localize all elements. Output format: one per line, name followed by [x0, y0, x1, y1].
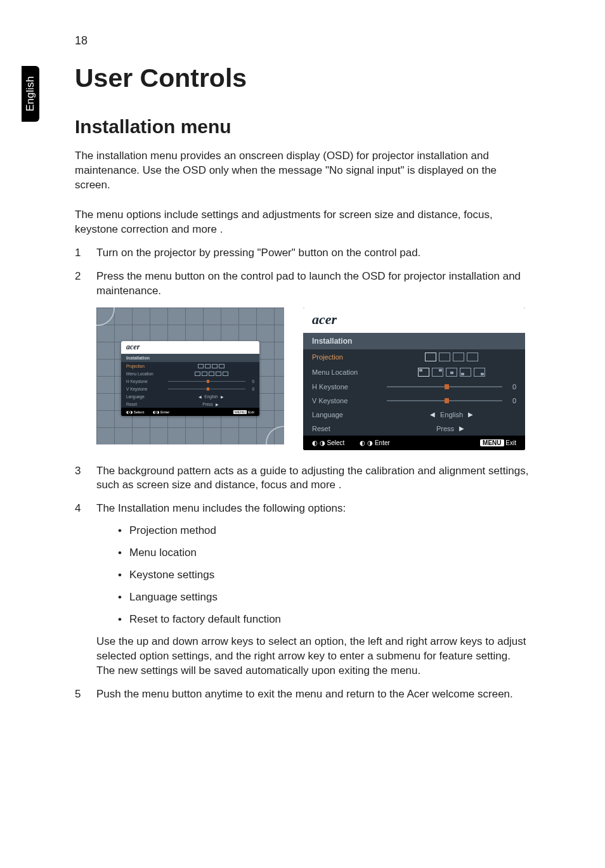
osd-label: Reset [312, 425, 382, 432]
osd-value: English [204, 394, 218, 399]
osd-label: V Keystone [126, 387, 164, 391]
osd-label: Menu Location [126, 372, 164, 376]
osd-nav-bar: ◐ ◑ Select ◐ ◑ Enter MENU Exit [303, 436, 525, 450]
triangle-right-icon: ▶ [219, 394, 225, 399]
osd-row-menu-location: Menu Location [303, 365, 525, 380]
intro-paragraph-2: The menu options include settings and ad… [75, 208, 530, 237]
osd-label: H Keystone [126, 379, 164, 384]
step-text: Push the menu button anytime to exit the… [96, 687, 530, 702]
step-2: 2 Press the menu button on the control p… [75, 269, 530, 299]
slider-value: 0 [505, 383, 516, 391]
osd-menu-small: acer Installation Projection Menu Locati… [121, 341, 259, 416]
projection-icons [198, 364, 224, 368]
nav-enter: ◐ ◑ Enter [360, 439, 389, 446]
bullet-menu-location: Menu location [118, 546, 530, 560]
options-bullet-list: Projection method Menu location Keystone… [96, 524, 530, 627]
page-number: 18 [75, 34, 88, 48]
heading-1: User Controls [75, 63, 530, 93]
osd-label: Projection [312, 353, 382, 361]
osd-value: Press [202, 402, 213, 406]
triangle-right-icon: ▶ [465, 411, 476, 418]
side-tab-label: English [24, 76, 37, 112]
heading-2: Installation menu [75, 116, 530, 138]
step-number: 2 [75, 269, 96, 299]
osd-row-v-keystone: V Keystone 0 [121, 385, 259, 392]
osd-label: Menu Location [312, 368, 382, 376]
step-text: Press the menu button on the control pad… [96, 269, 530, 299]
step-number: 3 [75, 464, 96, 493]
triangle-left-icon: ◀ [427, 411, 438, 418]
osd-row-h-keystone: H Keystone 0 [303, 380, 525, 394]
slider-value: 0 [247, 379, 254, 384]
steps-list: 1 Turn on the projector by pressing "Pow… [75, 246, 530, 299]
nav-enter: ◐◑ Enter [153, 410, 169, 414]
osd-label: Language [126, 394, 164, 399]
osd-calibration-background: acer Installation Projection Menu Locati… [96, 308, 284, 450]
step-4-explanation: Use the up and down arrow keys to select… [96, 635, 530, 678]
slider-icon [168, 381, 245, 382]
step-number: 4 [75, 502, 96, 678]
osd-row-menu-location: Menu Location [121, 370, 259, 377]
step-1: 1 Turn on the projector by pressing "Pow… [75, 246, 530, 261]
osd-title: Installation [303, 333, 525, 349]
step-number: 1 [75, 246, 96, 261]
nav-select: ◐◑ Select [126, 410, 144, 414]
osd-value: Press [436, 425, 454, 432]
language-side-tab: English [22, 66, 39, 122]
bullet-projection-method: Projection method [118, 524, 530, 538]
nav-select: ◐ ◑ Select [312, 439, 344, 446]
step-5: 5 Push the menu button anytime to exit t… [75, 687, 530, 702]
step-number: 5 [75, 687, 96, 702]
slider-icon [387, 400, 502, 401]
intro-paragraph-1: The installation menu provides an onscre… [75, 149, 530, 193]
osd-label: Language [312, 411, 382, 418]
nav-exit: MENU Exit [233, 410, 254, 414]
osd-row-h-keystone: H Keystone 0 [121, 377, 259, 385]
projection-icons [425, 353, 478, 361]
osd-label: H Keystone [312, 383, 382, 391]
osd-label: Projection [126, 364, 164, 368]
menu-location-icons [195, 372, 228, 376]
bullet-reset-factory: Reset to factory default function [118, 612, 530, 627]
osd-menu-large: acer Installation Projection Menu Locati… [303, 308, 525, 450]
slider-value: 0 [505, 397, 516, 405]
slider-icon [387, 386, 502, 387]
bullet-keystone-settings: Keystone settings [118, 568, 530, 583]
osd-brand-logo: acer [303, 308, 525, 333]
step-text: Turn on the projector by pressing "Power… [96, 246, 530, 261]
osd-value: English [440, 411, 463, 418]
slider-icon [168, 389, 245, 389]
osd-screenshots-row: acer Installation Projection Menu Locati… [96, 308, 530, 450]
triangle-right-icon: ▶ [214, 402, 220, 406]
menu-location-icons [418, 368, 485, 377]
slider-value: 0 [247, 387, 254, 391]
step-text: The Installation menu includes the follo… [96, 502, 346, 514]
osd-title: Installation [121, 354, 259, 362]
triangle-left-icon: ◀ [197, 394, 203, 399]
triangle-right-icon: ▶ [457, 425, 467, 432]
osd-brand-logo: acer [121, 341, 259, 354]
page-content: User Controls Installation menu The inst… [0, 0, 605, 749]
osd-row-reset: Reset Press▶ [121, 400, 259, 408]
bullet-language-settings: Language settings [118, 590, 530, 605]
osd-nav-bar: ◐◑ Select ◐◑ Enter MENU Exit [121, 408, 259, 416]
osd-row-reset: Reset Press▶ [303, 422, 525, 436]
osd-row-language: Language ◀English▶ [121, 392, 259, 400]
step-text: The background pattern acts as a guide t… [96, 464, 530, 493]
osd-row-v-keystone: V Keystone 0 [303, 394, 525, 408]
nav-exit: MENU Exit [480, 439, 516, 446]
steps-list-continued: 3 The background pattern acts as a guide… [75, 464, 530, 702]
osd-row-language: Language ◀English▶ [303, 408, 525, 422]
step-4: 4 The Installation menu includes the fol… [75, 502, 530, 678]
step-3: 3 The background pattern acts as a guide… [75, 464, 530, 493]
osd-row-projection: Projection [121, 362, 259, 370]
osd-label: Reset [126, 402, 164, 406]
osd-label: V Keystone [312, 397, 382, 405]
osd-row-projection: Projection [303, 349, 525, 365]
